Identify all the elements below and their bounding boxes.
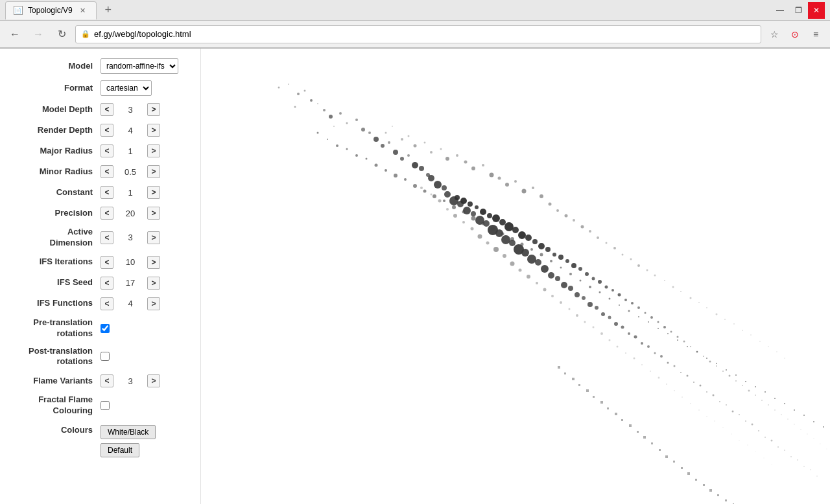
svg-point-185 xyxy=(492,214,500,222)
ifs-functions-increment[interactable]: > xyxy=(147,297,160,310)
back-button[interactable]: ← xyxy=(5,25,25,44)
svg-point-142 xyxy=(478,235,482,239)
svg-rect-300 xyxy=(629,424,632,427)
minor-radius-increment[interactable]: > xyxy=(147,165,160,178)
active-dimension-increment[interactable]: > xyxy=(147,231,160,244)
browser-chrome: 📄 Topologic/V9 ✕ + — ❐ ✕ ← → ↻ 🔒 ☆ ⊙ ≡ xyxy=(0,0,830,49)
svg-point-21 xyxy=(407,154,410,157)
svg-point-177 xyxy=(763,457,765,459)
close-button[interactable]: ✕ xyxy=(808,2,825,19)
precision-increment[interactable]: > xyxy=(147,207,160,220)
restore-button[interactable]: ❐ xyxy=(790,2,807,19)
svg-point-65 xyxy=(687,375,689,377)
svg-point-27 xyxy=(442,185,447,190)
svg-point-14 xyxy=(361,128,365,132)
svg-point-168 xyxy=(690,403,691,404)
minor-radius-row: Minor Radius < 0.5 > xyxy=(0,161,200,182)
svg-point-1 xyxy=(278,87,280,89)
white-black-button[interactable]: White/Black xyxy=(101,425,156,439)
svg-point-171 xyxy=(714,420,715,422)
svg-point-196 xyxy=(565,259,569,263)
render-depth-decrement[interactable]: < xyxy=(101,124,113,137)
model-depth-increment[interactable]: > xyxy=(147,103,160,116)
ifs-seed-increment[interactable]: > xyxy=(147,277,160,290)
model-depth-decrement[interactable]: < xyxy=(101,103,113,116)
svg-point-46 xyxy=(561,282,567,288)
nav-actions: ☆ ⊙ ≡ xyxy=(765,25,825,43)
svg-point-206 xyxy=(631,302,634,304)
ifs-iterations-control: < 10 > xyxy=(101,256,160,269)
model-select[interactable]: random-affine-ifs xyxy=(101,58,178,74)
svg-rect-294 xyxy=(586,389,589,392)
post-translation-checkbox[interactable] xyxy=(101,352,110,361)
svg-point-262 xyxy=(560,267,562,269)
svg-point-93 xyxy=(440,148,442,150)
svg-point-160 xyxy=(625,352,626,354)
major-radius-increment[interactable]: > xyxy=(147,144,160,157)
url-input[interactable] xyxy=(94,29,755,39)
svg-rect-310 xyxy=(703,484,705,486)
render-depth-increment[interactable]: > xyxy=(147,124,160,137)
ifs-iterations-increment[interactable]: > xyxy=(147,256,160,269)
ifs-seed-decrement[interactable]: < xyxy=(101,277,113,290)
lock-icon: 🔒 xyxy=(81,30,90,38)
address-bar[interactable]: 🔒 xyxy=(75,25,761,43)
precision-decrement[interactable]: < xyxy=(101,207,113,220)
fractal-flame-checkbox[interactable] xyxy=(101,401,110,410)
flame-variants-increment[interactable]: > xyxy=(147,374,160,387)
menu-button[interactable]: ≡ xyxy=(807,25,825,43)
svg-point-83 xyxy=(803,466,805,467)
new-tab-button[interactable]: + xyxy=(99,1,117,19)
active-dimension-decrement[interactable]: < xyxy=(101,231,113,244)
post-translation-control xyxy=(101,352,110,361)
refresh-button[interactable]: ↻ xyxy=(52,25,71,44)
pre-translation-checkbox[interactable] xyxy=(101,324,110,333)
constant-increment[interactable]: > xyxy=(147,186,160,199)
svg-point-229 xyxy=(781,414,782,415)
svg-point-220 xyxy=(722,371,724,372)
svg-point-76 xyxy=(758,430,759,431)
precision-row: Precision < 20 > xyxy=(0,203,200,223)
svg-point-223 xyxy=(742,385,743,386)
forward-button[interactable]: → xyxy=(29,25,48,44)
svg-point-282 xyxy=(755,386,756,387)
svg-point-104 xyxy=(532,187,534,189)
major-radius-control: < 1 > xyxy=(101,144,160,157)
ifs-iterations-decrement[interactable]: < xyxy=(101,256,113,269)
svg-point-72 xyxy=(732,411,734,413)
minimize-button[interactable]: — xyxy=(772,2,788,19)
format-select[interactable]: cartesian xyxy=(101,80,152,96)
active-dimension-value: 3 xyxy=(119,233,142,242)
svg-point-110 xyxy=(581,225,584,229)
default-button[interactable]: Default xyxy=(101,443,139,457)
svg-point-163 xyxy=(650,371,651,372)
browser-tab[interactable]: 📄 Topologic/V9 ✕ xyxy=(5,1,97,19)
svg-rect-311 xyxy=(709,489,712,492)
ifs-functions-decrement[interactable]: < xyxy=(101,297,113,310)
svg-point-272 xyxy=(658,328,659,329)
flame-variants-decrement[interactable]: < xyxy=(101,374,113,387)
major-radius-decrement[interactable]: < xyxy=(101,144,113,157)
minor-radius-decrement[interactable]: < xyxy=(101,165,113,178)
colours-label: Colours xyxy=(0,425,101,436)
svg-point-106 xyxy=(549,203,552,206)
star-button[interactable]: ☆ xyxy=(765,25,783,43)
format-label: Format xyxy=(0,83,101,94)
svg-point-126 xyxy=(716,314,718,315)
tab-close-button[interactable]: ✕ xyxy=(78,5,88,16)
svg-point-118 xyxy=(646,269,648,271)
constant-decrement[interactable]: < xyxy=(101,186,113,199)
svg-point-73 xyxy=(739,414,740,415)
security-button[interactable]: ⊙ xyxy=(786,25,804,43)
svg-point-75 xyxy=(752,424,753,426)
svg-point-125 xyxy=(706,307,707,308)
canvas-area xyxy=(201,49,830,504)
svg-point-288 xyxy=(813,421,814,422)
svg-point-164 xyxy=(658,377,660,379)
svg-point-122 xyxy=(680,291,682,292)
svg-point-115 xyxy=(622,254,624,256)
svg-point-166 xyxy=(674,390,675,391)
svg-point-260 xyxy=(540,253,543,257)
svg-point-195 xyxy=(558,255,563,260)
svg-point-261 xyxy=(550,260,552,262)
